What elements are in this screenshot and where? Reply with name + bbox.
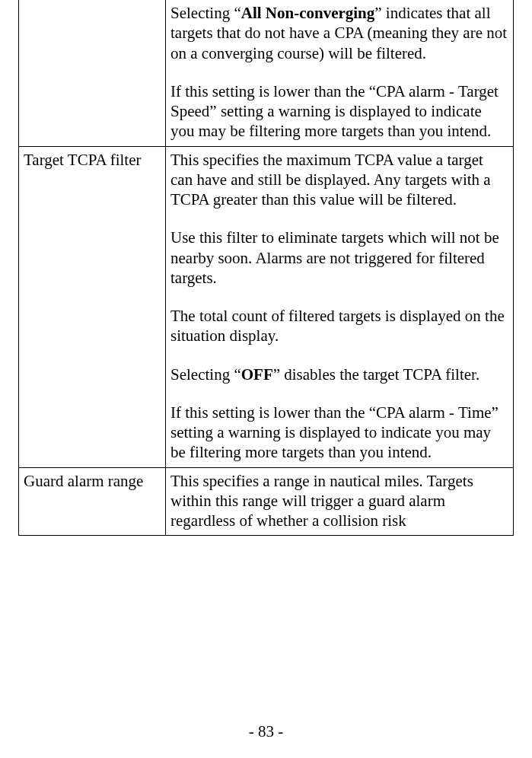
setting-desc-cell: This specifies a range in nautical miles… <box>166 467 514 536</box>
table-row: Target TCPA filter This specifies the ma… <box>19 146 514 467</box>
table-row: Guard alarm range This specifies a range… <box>19 467 514 536</box>
paragraph: Selecting “OFF” disables the target TCPA… <box>170 365 508 384</box>
setting-desc-cell: This specifies the maximum TCPA value a … <box>166 146 514 467</box>
paragraph: Selecting “All Non-converging” indicates… <box>170 3 508 63</box>
paragraph: If this setting is lower than the “CPA a… <box>170 403 508 463</box>
paragraph: The total count of filtered targets is d… <box>170 306 508 346</box>
settings-table: Selecting “All Non-converging” indicates… <box>18 0 514 536</box>
page-number: - 83 - <box>0 722 532 741</box>
paragraph: Use this filter to eliminate targets whi… <box>170 228 508 288</box>
table-row: Selecting “All Non-converging” indicates… <box>19 0 514 146</box>
setting-label-cell: Guard alarm range <box>19 467 166 536</box>
setting-label-cell: Target TCPA filter <box>19 146 166 467</box>
setting-desc-cell: Selecting “All Non-converging” indicates… <box>166 0 514 146</box>
paragraph: If this setting is lower than the “CPA a… <box>170 81 508 142</box>
paragraph: This specifies a range in nautical miles… <box>170 471 508 531</box>
setting-label-cell <box>19 0 166 146</box>
paragraph: This specifies the maximum TCPA value a … <box>170 150 508 210</box>
